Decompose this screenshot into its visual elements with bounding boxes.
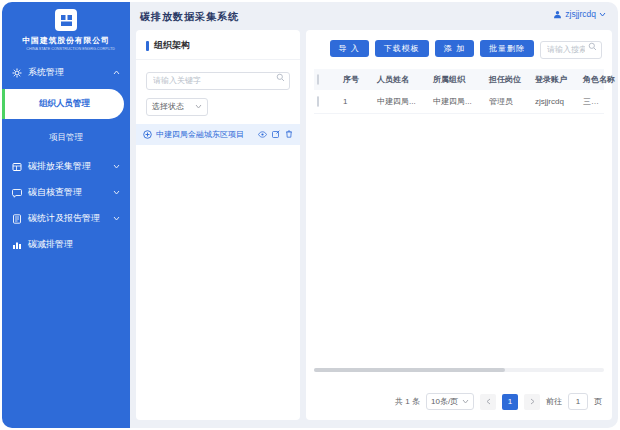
screenshot-root: 中国建筑股份有限公司 CHINA STATE CONSTRUCTION ENGR… [0, 0, 620, 430]
sidebar: 中国建筑股份有限公司 CHINA STATE CONSTRUCTION ENGR… [2, 2, 130, 428]
sidebar-item-project-mgmt[interactable]: 项目管理 [2, 127, 130, 149]
chevron-down-icon [113, 190, 120, 195]
status-select[interactable]: 选择状态 [146, 98, 208, 116]
cell-post: 管理员 [486, 90, 532, 114]
company-logo-icon [55, 9, 77, 31]
accent-bar [146, 41, 149, 51]
search-icon [588, 42, 597, 51]
sidebar-item-label: 碳自核查管理 [28, 186, 82, 199]
collect-icon [12, 162, 22, 172]
page-title: 碳排放数据采集系统 [140, 10, 239, 24]
sidebar-item-system-mgmt[interactable]: 系统管理 [2, 61, 130, 84]
goto-suffix: 页 [594, 396, 602, 407]
prev-page-button[interactable] [480, 394, 496, 410]
col-role: 角色名称 [580, 69, 604, 90]
org-structure-panel: 组织架构 选择状态 中建四局金融城东区项目 [136, 30, 300, 420]
edit-icon[interactable] [272, 130, 280, 138]
sidebar-item-label: 碳减排管理 [28, 238, 73, 251]
company-name-en: CHINA STATE CONSTRUCTION ENGRG.CORP.LTD [26, 47, 105, 51]
org-search-input[interactable] [146, 72, 290, 90]
company-name-cn: 中国建筑股份有限公司 [7, 35, 125, 46]
page-size-select[interactable]: 10条/页 [426, 393, 474, 410]
sidebar-item-label: 碳排放采集管理 [28, 160, 91, 173]
col-account: 登录账户 [532, 69, 580, 90]
col-post: 担任岗位 [486, 69, 532, 90]
cell-name: 中建四局... [374, 90, 430, 114]
user-menu[interactable]: zjsjjrcdq [553, 9, 606, 19]
page-1-button[interactable]: 1 [502, 394, 518, 410]
chevron-down-icon [599, 12, 606, 17]
goto-label: 前往 [546, 396, 562, 407]
personnel-table: 序号 人员姓名 所属组织 担任岗位 登录账户 角色名称 1 中建四局... 中建… [314, 69, 604, 114]
total-count: 共 1 条 [395, 396, 420, 407]
view-eye-icon[interactable] [258, 131, 267, 138]
col-org: 所属组织 [430, 69, 486, 90]
scrollbar-thumb[interactable] [314, 368, 505, 372]
row-checkbox[interactable] [317, 96, 319, 107]
org-tree-item[interactable]: 中建四局金融城东区项目 [136, 124, 300, 145]
page-size-label: 10条/页 [431, 396, 458, 407]
chevron-down-icon [113, 216, 120, 221]
gear-icon [12, 68, 22, 78]
table-row[interactable]: 1 中建四局... 中建四局... 管理员 zjsjjrcdq 三级单位... [314, 90, 604, 114]
sidebar-item-label: 系统管理 [28, 66, 64, 79]
search-icon [276, 73, 285, 82]
chevron-up-icon [113, 70, 120, 75]
sidebar-item-label: 组织人员管理 [39, 98, 90, 110]
username: zjsjjrcdq [565, 9, 596, 19]
horizontal-scrollbar[interactable] [314, 368, 604, 372]
bar-chart-icon [12, 240, 22, 250]
user-icon [553, 10, 562, 19]
select-all-checkbox[interactable] [317, 74, 319, 85]
goto-page-input[interactable] [568, 393, 588, 410]
sidebar-item-carbon-verify[interactable]: 碳自核查管理 [2, 181, 130, 204]
org-tree-item-label: 中建四局金融城东区项目 [156, 129, 254, 140]
table-header-row: 序号 人员姓名 所属组织 担任岗位 登录账户 角色名称 [314, 69, 604, 90]
sidebar-item-emission-collect[interactable]: 碳排放采集管理 [2, 155, 130, 178]
col-seq: 序号 [340, 69, 374, 90]
chevron-down-icon [462, 399, 469, 404]
app-window: 中国建筑股份有限公司 CHINA STATE CONSTRUCTION ENGR… [2, 2, 618, 428]
sidebar-item-carbon-reduction[interactable]: 碳减排管理 [2, 233, 130, 256]
batch-delete-button[interactable]: 批量删除 [480, 40, 534, 57]
next-page-button[interactable] [524, 394, 540, 410]
check-bubble-icon [12, 188, 22, 198]
report-icon [12, 214, 22, 224]
sidebar-item-label: 项目管理 [49, 132, 83, 144]
sidebar-item-stats-report[interactable]: 碳统计及报告管理 [2, 207, 130, 230]
cell-role: 三级单位... [580, 90, 604, 114]
pagination: 共 1 条 10条/页 1 前往 页 [395, 393, 602, 410]
import-button[interactable]: 导 入 [330, 40, 369, 57]
download-template-button[interactable]: 下载模板 [375, 40, 429, 57]
org-badge-icon [143, 130, 152, 139]
sidebar-item-label: 碳统计及报告管理 [28, 212, 100, 225]
cell-seq: 1 [340, 90, 374, 114]
chevron-down-icon [113, 164, 120, 169]
personnel-table-panel: 导 入 下载模板 添 加 批量删除 序号 人员姓名 所属组织 担任岗位 [306, 30, 612, 420]
table-toolbar: 导 入 下载模板 添 加 批量删除 [306, 30, 612, 65]
org-panel-title: 组织架构 [154, 39, 190, 52]
cell-org: 中建四局... [430, 90, 486, 114]
delete-trash-icon[interactable] [285, 130, 293, 138]
add-button[interactable]: 添 加 [435, 40, 474, 57]
chevron-down-icon [195, 104, 202, 109]
status-select-label: 选择状态 [152, 101, 184, 112]
col-name: 人员姓名 [374, 69, 430, 90]
sidebar-menu: 系统管理 组织人员管理 项目管理 碳排放采集管理 [2, 61, 130, 256]
org-panel-header: 组织架构 [136, 30, 300, 60]
sidebar-item-org-personnel[interactable]: 组织人员管理 [2, 89, 124, 119]
cell-account: zjsjjrcdq [532, 90, 580, 114]
